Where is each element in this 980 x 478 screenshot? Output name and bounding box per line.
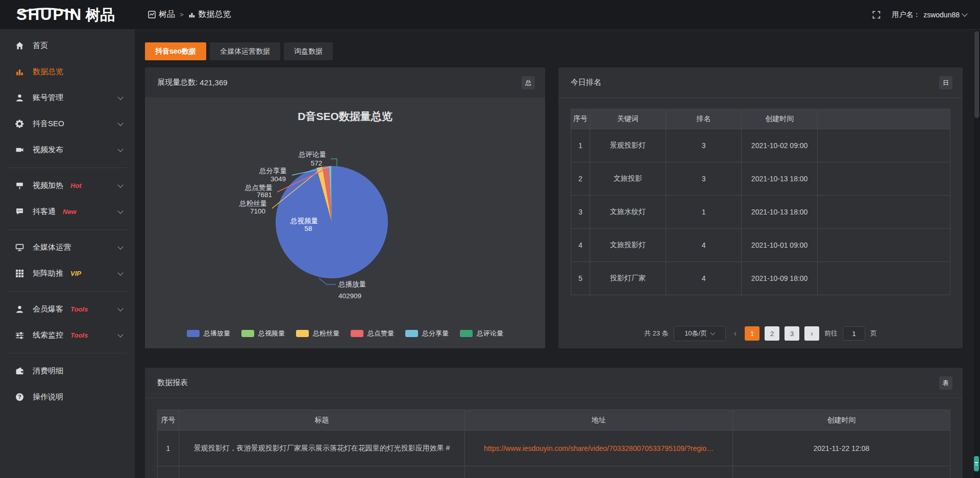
sidebar-item-label: 数据总览: [33, 67, 63, 77]
report-cell-time: 2021-11-22 12:08: [733, 431, 950, 466]
breadcrumb-item-home[interactable]: 树品: [148, 9, 175, 20]
pie-label-总评论量: 总评论量: [298, 151, 326, 158]
prev-page-button[interactable]: ‹: [731, 329, 740, 338]
legend-label: 总分享量: [422, 329, 449, 338]
ranking-cell: 文旅投影灯: [590, 229, 666, 262]
legend-item-总评论量[interactable]: 总评论量: [460, 329, 503, 338]
page-size-value: 10条/页: [684, 329, 707, 338]
grid-icon: [15, 269, 24, 278]
ranking-cell: 2: [571, 162, 590, 196]
sidebar-item-label: 抖客通: [33, 207, 56, 217]
pie-chart: 总播放量402909总视频量58总粉丝量7100总点赞量7681总分享量3049…: [145, 98, 545, 348]
page-button-2[interactable]: 2: [765, 326, 779, 341]
sidebar-item-操作说明[interactable]: ?操作说明: [0, 384, 135, 410]
sidebar-item-label: 会员爆客: [33, 304, 63, 314]
page-size-select[interactable]: 10条/页: [674, 326, 726, 341]
video-link[interactable]: https://www.iesdouyin.com/share/video/70…: [484, 444, 714, 452]
sliders-icon: [15, 331, 24, 340]
ranking-panel-title: 今日排名: [571, 78, 601, 87]
impressions-total-label: 展现量总数:: [157, 78, 198, 87]
sidebar-item-账号管理[interactable]: 账号管理: [0, 85, 135, 111]
legend-item-总视频量[interactable]: 总视频量: [241, 329, 285, 338]
pie-label-总粉丝量: 总粉丝量: [239, 200, 267, 207]
report-panel-header: 数据报表 表: [145, 368, 963, 398]
legend-swatch: [351, 330, 363, 337]
legend-swatch: [405, 330, 418, 337]
floating-widget[interactable]: [974, 456, 979, 471]
logo-arc: [15, 8, 77, 14]
ranking-cell: 投影灯厂家: [590, 262, 666, 295]
goto-page-input[interactable]: [843, 326, 865, 341]
ranking-cell: 2021-10-13 18:00: [742, 162, 818, 196]
legend-label: 总播放量: [204, 329, 230, 338]
sidebar-item-抖音SEO[interactable]: 抖音SEO: [0, 111, 135, 137]
legend-label: 总评论量: [477, 329, 503, 338]
pie-label-总分享量: 3049: [271, 175, 286, 183]
sidebar-item-视频加热[interactable]: 视频加热Hot: [0, 173, 135, 199]
page-button-1[interactable]: 1: [745, 326, 760, 341]
legend-label: 总视频量: [258, 329, 285, 338]
sidebar-item-数据总览[interactable]: 数据总览: [0, 59, 135, 85]
video-camera-icon: [15, 146, 24, 155]
fullscreen-icon[interactable]: [872, 11, 880, 19]
chart-title: D音SEO数据量总览: [145, 109, 545, 124]
main-content: 抖音seo数据全媒体运营数据询盘数据 展现量总数: 421,369 总 D音SE…: [135, 30, 973, 478]
report-cell-empty: [465, 466, 733, 478]
chevron-down-icon: [710, 330, 716, 336]
sidebar-item-label: 视频加热: [33, 181, 63, 190]
report-cell-empty: [733, 466, 950, 478]
sidebar-item-消费明细[interactable]: 消费明细: [0, 358, 135, 384]
pie-label-总视频量: 总视频量: [290, 217, 318, 225]
pie-label-总分享量: 总分享量: [259, 167, 287, 175]
page-button-3[interactable]: 3: [785, 326, 799, 341]
sidebar-item-抖客通[interactable]: 抖客通New: [0, 199, 135, 225]
table-badge-button[interactable]: 表: [939, 376, 952, 390]
ranking-cell-empty: [817, 229, 950, 262]
report-cell-empty: [158, 466, 179, 478]
sidebar-item-首页[interactable]: 首页: [0, 33, 135, 59]
sidebar-divider: [8, 229, 127, 230]
legend-item-总点赞量[interactable]: 总点赞量: [351, 329, 394, 338]
scrollbar-thumb[interactable]: [974, 31, 979, 118]
report-cell-url: https://www.iesdouyin.com/share/video/70…: [465, 431, 733, 466]
sidebar-item-会员爆客[interactable]: 会员爆客Tools: [0, 296, 135, 322]
legend-item-总粉丝量[interactable]: 总粉丝量: [296, 329, 339, 338]
chat-icon: [15, 207, 24, 217]
sidebar-item-label: 矩阵助推: [33, 269, 63, 278]
question-icon: ?: [15, 393, 24, 402]
ranking-cell: 3: [571, 196, 590, 229]
report-column-标题: 标题: [179, 410, 465, 431]
day-badge-button[interactable]: 日: [939, 76, 952, 89]
tab-全媒体运营数据[interactable]: 全媒体运营数据: [210, 42, 280, 60]
pie-label-总播放量: 402909: [338, 292, 361, 300]
report-panel-title: 数据报表: [157, 378, 188, 388]
page-scrollbar[interactable]: [973, 30, 980, 478]
table-row: 3文旅水纹灯12021-10-13 18:00: [571, 196, 950, 229]
next-page-button[interactable]: ›: [804, 326, 819, 341]
home-icon: [15, 41, 24, 51]
ranking-cell: 2021-10-01 09:00: [742, 229, 818, 262]
sidebar-item-线索监控[interactable]: 线索监控Tools: [0, 322, 135, 348]
sidebar-item-label: 账号管理: [33, 93, 63, 103]
monitor-icon: [15, 243, 24, 252]
sidebar-item-全媒体运营[interactable]: 全媒体运营: [0, 234, 135, 260]
breadcrumb-item-current[interactable]: 数据总览: [188, 9, 231, 20]
chevron-down-icon: [117, 270, 123, 275]
tab-抖音seo数据[interactable]: 抖音seo数据: [145, 42, 206, 60]
legend-item-总播放量[interactable]: 总播放量: [187, 329, 230, 338]
user-menu[interactable]: 用户名：zswodun88: [892, 10, 967, 19]
pie-label-总视频量: 58: [304, 225, 312, 232]
pie-label-line-总播放量: [319, 278, 336, 284]
ranking-table: 序号关键词排名创建时间1景观投影灯32021-10-02 09:002文旅投影3…: [571, 109, 950, 295]
legend-item-总分享量[interactable]: 总分享量: [405, 329, 449, 338]
chevron-down-icon: [117, 182, 123, 187]
total-badge-button[interactable]: 总: [522, 76, 535, 89]
report-panel: 数据报表 表 序号标题地址创建时间1景观投影灯，夜游景观投影灯厂家展示展示落花灯…: [145, 368, 963, 478]
chevron-down-icon: [117, 146, 123, 152]
table-row: 2文旅投影32021-10-13 18:00: [571, 162, 950, 196]
sidebar-item-视频发布[interactable]: 视频发布: [0, 137, 135, 163]
sidebar-item-矩阵助推[interactable]: 矩阵助推VIP: [0, 260, 135, 286]
sidebar-item-badge: Tools: [70, 305, 88, 313]
report-cell-index: 1: [158, 431, 179, 466]
tab-询盘数据[interactable]: 询盘数据: [284, 42, 333, 60]
